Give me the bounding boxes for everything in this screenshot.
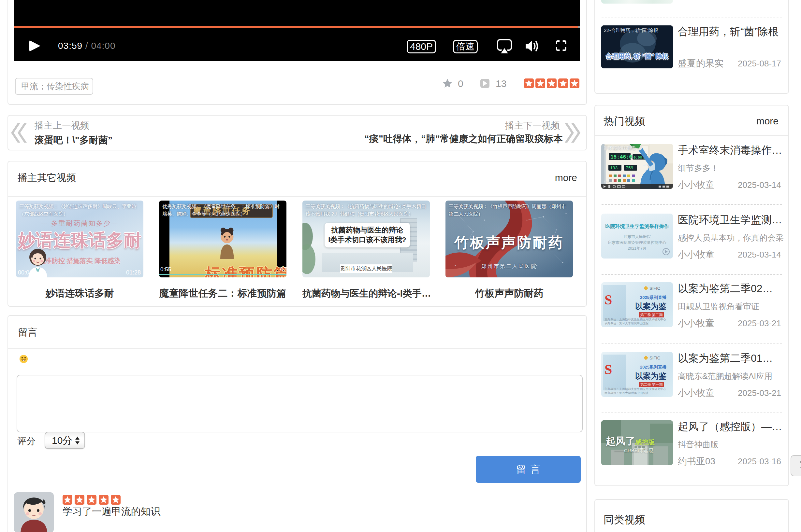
svg-text:193: 193: [610, 166, 618, 171]
svg-text:15:46:0: 15:46:0: [611, 154, 632, 160]
svg-text:0:00: 0:00: [604, 181, 609, 184]
svg-text:1:25: 1:25: [665, 181, 670, 184]
svg-text:SIFIC: SIFIC: [650, 356, 660, 360]
svg-text:SIFIC: SIFIC: [650, 286, 660, 291]
svg-text:759: 759: [626, 166, 633, 171]
